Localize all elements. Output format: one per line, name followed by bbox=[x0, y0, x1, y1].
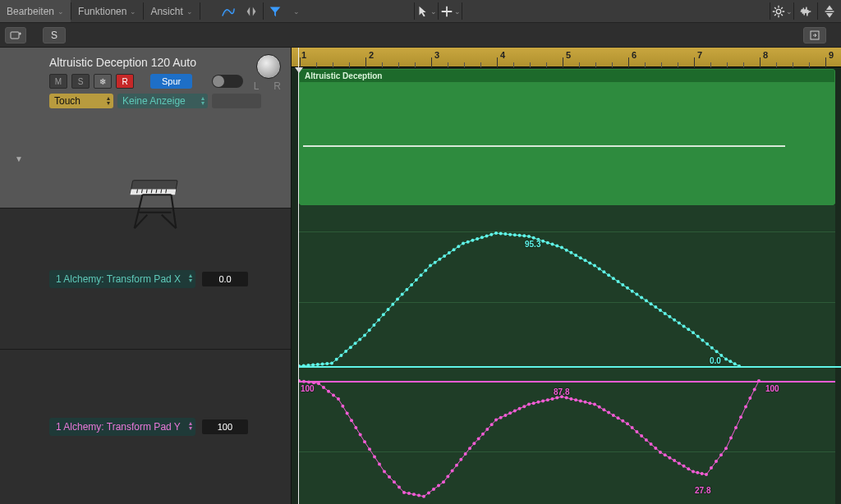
lane-param-select-y[interactable]: 1 Alchemy: Transform Pad Y▴▾ bbox=[49, 418, 195, 436]
svg-point-66 bbox=[551, 243, 554, 246]
svg-point-61 bbox=[527, 235, 531, 238]
svg-point-12 bbox=[299, 364, 301, 368]
display-select[interactable]: Keine Anzeige▴▾ bbox=[117, 94, 208, 108]
mute-button[interactable]: M bbox=[49, 74, 67, 89]
svg-point-50 bbox=[476, 237, 479, 241]
svg-point-136 bbox=[437, 484, 440, 488]
svg-point-91 bbox=[668, 315, 671, 318]
track-sidebar: Altruistic Deception 120 Auto M S ❄ R Sp… bbox=[0, 48, 292, 504]
filter-icon[interactable] bbox=[264, 0, 287, 22]
playhead[interactable] bbox=[298, 48, 299, 504]
svg-point-56 bbox=[503, 232, 507, 236]
pan-lr-label: LR bbox=[254, 80, 281, 92]
value-box-empty[interactable] bbox=[212, 94, 261, 108]
svg-point-173 bbox=[607, 411, 610, 415]
svg-rect-1 bbox=[11, 32, 19, 39]
arrange-area[interactable]: 1 2 3 4 5 6 7 8 9 Altruistic Deception 9… bbox=[292, 48, 841, 504]
svg-point-79 bbox=[612, 277, 615, 280]
secondary-toolbar: S bbox=[0, 23, 841, 48]
automation-area[interactable]: 95.3 0.0 100 100 87.8 10.9 27.8 bbox=[299, 205, 835, 504]
settings-gear-icon[interactable]: ⌄ bbox=[770, 0, 793, 22]
automation-curves[interactable] bbox=[299, 205, 841, 504]
curve-label: 100 bbox=[301, 384, 315, 393]
svg-point-125 bbox=[383, 470, 386, 474]
svg-point-42 bbox=[438, 258, 441, 261]
svg-point-51 bbox=[480, 236, 484, 239]
record-enable-button[interactable]: R bbox=[116, 74, 134, 89]
svg-point-188 bbox=[678, 461, 681, 465]
add-track-button[interactable] bbox=[5, 27, 26, 44]
svg-point-180 bbox=[640, 434, 643, 438]
svg-point-157 bbox=[532, 401, 535, 405]
svg-point-30 bbox=[382, 313, 385, 316]
svg-point-165 bbox=[569, 397, 572, 401]
svg-point-202 bbox=[744, 405, 747, 409]
vertical-zoom-icon[interactable] bbox=[818, 0, 841, 22]
automation-curve-tool-icon[interactable] bbox=[217, 0, 240, 22]
svg-point-194 bbox=[705, 473, 708, 476]
midi-region[interactable]: Altruistic Deception bbox=[299, 69, 835, 205]
bar-ruler[interactable]: 1 2 3 4 5 6 7 8 9 bbox=[292, 48, 841, 67]
menu-view[interactable]: Ansicht⌄ bbox=[144, 0, 199, 22]
svg-point-142 bbox=[464, 452, 467, 456]
pointer-tool[interactable]: ⌄ bbox=[415, 0, 438, 22]
svg-point-92 bbox=[673, 318, 676, 322]
svg-point-68 bbox=[560, 246, 563, 250]
svg-point-191 bbox=[692, 470, 695, 474]
bar-number: 8 bbox=[763, 50, 768, 60]
svg-point-43 bbox=[443, 254, 446, 258]
pan-knob[interactable] bbox=[256, 54, 281, 79]
svg-point-53 bbox=[489, 233, 493, 236]
svg-point-177 bbox=[626, 422, 629, 425]
filter-dropdown[interactable]: ⌄ bbox=[287, 0, 306, 22]
solo-button[interactable]: S bbox=[43, 27, 66, 44]
svg-point-29 bbox=[377, 318, 380, 322]
svg-point-85 bbox=[640, 296, 643, 299]
svg-point-155 bbox=[522, 405, 526, 408]
lane-value-y[interactable]: 100 bbox=[202, 419, 248, 434]
bar-number: 7 bbox=[697, 50, 702, 60]
svg-point-114 bbox=[332, 393, 335, 396]
automation-lane-y[interactable]: 1 Alchemy: Transform Pad Y▴▾ 100 bbox=[0, 349, 291, 504]
svg-point-147 bbox=[485, 428, 489, 431]
svg-point-65 bbox=[546, 241, 549, 245]
svg-point-107 bbox=[299, 379, 301, 383]
solo-track-button[interactable]: S bbox=[71, 74, 90, 89]
svg-point-182 bbox=[650, 442, 653, 446]
svg-point-192 bbox=[696, 471, 699, 474]
svg-point-100 bbox=[710, 346, 714, 350]
track-header[interactable]: Altruistic Deception 120 Auto M S ❄ R Sp… bbox=[0, 48, 291, 208]
svg-point-204 bbox=[753, 388, 756, 392]
on-off-toggle[interactable] bbox=[212, 75, 243, 88]
waveform-zoom-icon[interactable] bbox=[794, 0, 817, 22]
playhead-marker-icon[interactable] bbox=[295, 67, 303, 73]
catch-playhead-button[interactable] bbox=[803, 27, 826, 44]
lane-value-x[interactable]: 0.0 bbox=[202, 272, 248, 286]
flex-tool-icon[interactable] bbox=[240, 0, 263, 22]
svg-point-96 bbox=[692, 331, 695, 334]
bar-number: 9 bbox=[829, 50, 834, 60]
svg-point-187 bbox=[673, 459, 676, 462]
menu-edit[interactable]: Bearbeiten⌄ bbox=[0, 0, 71, 22]
svg-point-95 bbox=[687, 328, 690, 331]
svg-point-160 bbox=[546, 398, 549, 401]
secondary-tool[interactable]: ⌄ bbox=[439, 0, 462, 22]
svg-point-203 bbox=[748, 396, 751, 400]
svg-point-106 bbox=[738, 364, 741, 368]
svg-point-70 bbox=[569, 251, 572, 254]
instrument-icon[interactable] bbox=[123, 171, 187, 235]
svg-point-131 bbox=[412, 493, 416, 496]
lane-param-select-x[interactable]: 1 Alchemy: Transform Pad X▴▾ bbox=[49, 270, 195, 288]
svg-point-38 bbox=[420, 273, 423, 277]
disclosure-triangle[interactable]: ▼ bbox=[15, 154, 23, 163]
svg-point-39 bbox=[424, 268, 427, 272]
svg-point-128 bbox=[398, 486, 401, 489]
svg-point-93 bbox=[678, 322, 681, 325]
spur-button[interactable]: Spur bbox=[150, 74, 192, 89]
svg-point-135 bbox=[432, 488, 435, 491]
freeze-button[interactable]: ❄ bbox=[94, 74, 112, 89]
svg-point-134 bbox=[427, 491, 430, 494]
menu-functions[interactable]: Funktionen⌄ bbox=[71, 0, 143, 22]
svg-point-69 bbox=[565, 249, 568, 252]
automation-mode-select[interactable]: Touch▴▾ bbox=[49, 94, 113, 108]
